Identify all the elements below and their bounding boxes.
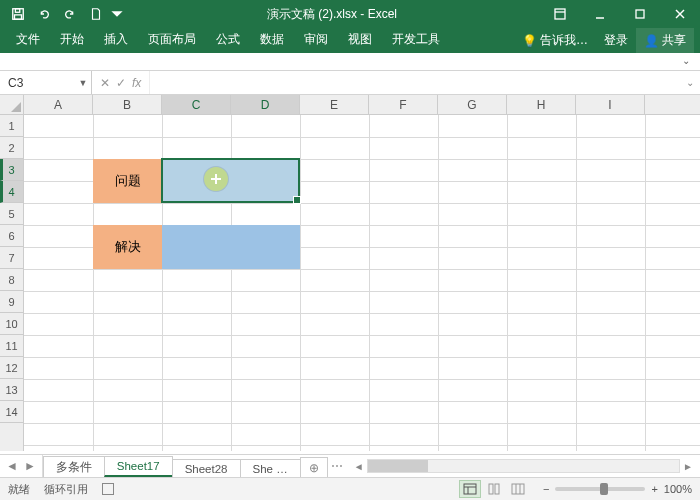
formula-buttons: ✕ ✓ fx [92,71,150,94]
select-all-corner[interactable] [0,95,24,114]
zoom-in-icon[interactable]: + [651,483,657,495]
normal-view-icon[interactable] [459,480,481,498]
zoom-knob[interactable] [600,483,608,495]
col-F[interactable]: F [369,95,438,114]
name-box-wrap: C3 ▼ [0,71,92,94]
page-layout-view-icon[interactable] [483,480,505,498]
ribbon-options-icon[interactable] [540,0,580,28]
cancel-formula-icon[interactable]: ✕ [100,76,110,90]
row-headers: 1 2 3 4 5 6 7 8 9 10 11 12 13 14 [0,115,24,451]
row-14[interactable]: 14 [0,401,23,423]
sheet-tab-0[interactable]: 多条件 [43,456,105,478]
tab-home[interactable]: 开始 [50,27,94,53]
sheet-prev-icon[interactable]: ◄ [6,459,18,473]
row-6[interactable]: 6 [0,225,23,247]
cell-B6-B7-merged[interactable]: 解决 [93,225,162,269]
sheet-tab-3[interactable]: She … [240,459,301,478]
sheet-nav: ◄ ► [0,455,43,477]
row-2[interactable]: 2 [0,137,23,159]
zoom-out-icon[interactable]: − [543,483,549,495]
cell-C6-D7-merged[interactable] [162,225,300,269]
name-box[interactable]: C3 [0,76,75,90]
col-B[interactable]: B [93,95,162,114]
cell-B3-B4-merged[interactable]: 问题 [93,159,162,203]
macro-record-icon[interactable] [102,483,114,495]
row-1[interactable]: 1 [0,115,23,137]
tab-developer[interactable]: 开发工具 [382,27,450,53]
collapse-ribbon-icon[interactable]: ⌄ [682,55,690,66]
expand-formula-bar-icon[interactable]: ⌄ [680,77,700,88]
row-11[interactable]: 11 [0,335,23,357]
zoom-level[interactable]: 100% [664,483,692,495]
enter-formula-icon[interactable]: ✓ [116,76,126,90]
redo-icon[interactable] [58,2,82,26]
sheet-tab-2[interactable]: Sheet28 [172,459,241,478]
row-4[interactable]: 4 [0,181,23,203]
save-icon[interactable] [6,2,30,26]
ribbon-collapse-strip: ⌄ [0,53,700,71]
column-headers: A B C D E F G H I [0,95,700,115]
status-bar: 就绪 循环引用 − + 100% [0,477,700,500]
row-8[interactable]: 8 [0,269,23,291]
hscroll-thumb[interactable] [368,460,428,472]
row-7[interactable]: 7 [0,247,23,269]
share-icon: 👤 [644,34,659,48]
col-D[interactable]: D [231,95,300,114]
tab-data[interactable]: 数据 [250,27,294,53]
hscroll-right-icon[interactable]: ► [680,461,696,472]
tab-review[interactable]: 审阅 [294,27,338,53]
row-5[interactable]: 5 [0,203,23,225]
page-break-view-icon[interactable] [507,480,529,498]
horizontal-scrollbar[interactable]: ◄ ► [347,455,700,477]
window-title: 演示文稿 (2).xlsx - Excel [124,6,540,23]
formula-input[interactable] [150,71,680,94]
maximize-icon[interactable] [620,0,660,28]
name-box-dropdown-icon[interactable]: ▼ [75,78,91,88]
cell-C3-D4-merged[interactable] [162,159,300,203]
formula-bar: C3 ▼ ✕ ✓ fx ⌄ [0,71,700,95]
row-13[interactable]: 13 [0,379,23,401]
fx-icon[interactable]: fx [132,76,141,90]
row-12[interactable]: 12 [0,357,23,379]
svg-rect-10 [464,484,476,494]
zoom-slider[interactable] [555,487,645,491]
new-file-icon[interactable] [84,2,108,26]
col-G[interactable]: G [438,95,507,114]
tab-view[interactable]: 视图 [338,27,382,53]
svg-rect-14 [495,484,499,494]
minimize-icon[interactable] [580,0,620,28]
col-H[interactable]: H [507,95,576,114]
col-I[interactable]: I [576,95,645,114]
hscroll-left-icon[interactable]: ◄ [351,461,367,472]
col-A[interactable]: A [24,95,93,114]
status-ready: 就绪 [8,482,30,497]
tab-pagelayout[interactable]: 页面布局 [138,27,206,53]
sheet-tab-1[interactable]: Sheet17 [104,456,173,477]
row-10[interactable]: 10 [0,313,23,335]
ribbon-tabs: 文件 开始 插入 页面布局 公式 数据 审阅 视图 开发工具 💡告诉我… 登录 … [0,28,700,53]
tab-file[interactable]: 文件 [6,27,50,53]
qat-dropdown-icon[interactable] [110,2,124,26]
hscroll-track[interactable] [367,459,680,473]
window-controls [540,0,700,28]
tab-insert[interactable]: 插入 [94,27,138,53]
svg-rect-15 [512,484,524,494]
sheet-next-icon[interactable]: ► [24,459,36,473]
sheet-tabs: 多条件 Sheet17 Sheet28 She … ⊕ [43,455,327,477]
col-E[interactable]: E [300,95,369,114]
close-icon[interactable] [660,0,700,28]
share-button[interactable]: 👤共享 [636,28,694,53]
quick-access-toolbar [0,2,124,26]
signin-button[interactable]: 登录 [596,28,636,53]
sheet-tab-bar: ◄ ► 多条件 Sheet17 Sheet28 She … ⊕ ⋯ ◄ ► [0,454,700,477]
undo-icon[interactable] [32,2,56,26]
tell-me[interactable]: 💡告诉我… [514,28,596,53]
row-9[interactable]: 9 [0,291,23,313]
sheet-overflow-icon[interactable]: ⋯ [327,455,347,477]
cell-area[interactable]: 问题 解决 [24,115,700,451]
row-3[interactable]: 3 [0,159,23,181]
tab-formulas[interactable]: 公式 [206,27,250,53]
col-C[interactable]: C [162,95,231,114]
sheet-add-button[interactable]: ⊕ [300,457,328,478]
svg-rect-3 [555,9,565,19]
